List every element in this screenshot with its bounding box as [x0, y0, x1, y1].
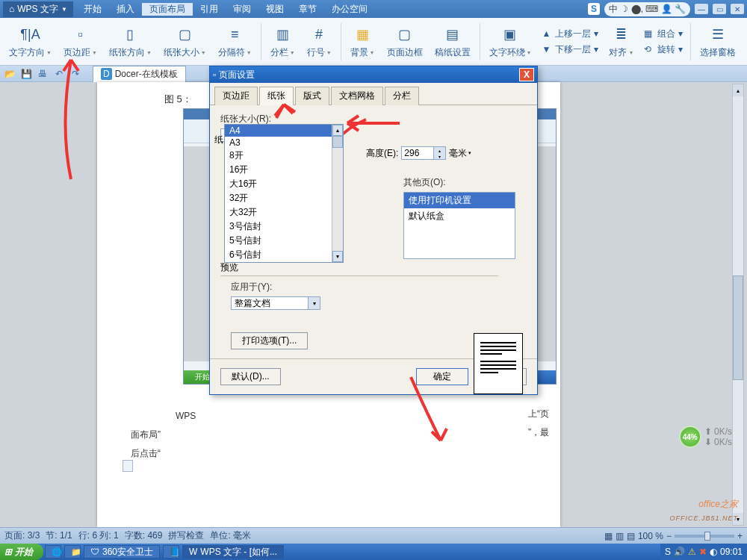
unit-select[interactable]: 毫米▾	[449, 147, 471, 160]
chevron-down-icon[interactable]: ▾	[308, 297, 320, 309]
list-item[interactable]: 16开	[225, 163, 343, 177]
paste-options-icon[interactable]	[123, 460, 133, 472]
list-item[interactable]: A3	[225, 137, 343, 149]
network-speed-badge[interactable]: 44% ⬆ 0K/s ⬇ 0K/s	[679, 426, 732, 448]
minimize-button[interactable]: —	[695, 4, 708, 14]
spin-down[interactable]: ▾	[433, 153, 445, 159]
tab-margins[interactable]: 页边距	[214, 87, 258, 105]
menu-references[interactable]: 引用	[193, 3, 226, 16]
app-menu[interactable]: ⌂ WPS 文字 ▼	[3, 1, 73, 17]
scrollbar[interactable]: ▴ ▾	[332, 125, 343, 262]
status-spellcheck[interactable]: 拼写检查	[168, 529, 204, 542]
tray-icon[interactable]: S	[665, 547, 671, 557]
system-tray[interactable]: S 🔊 ⚠ ✖ ◐ 09:01	[660, 544, 747, 560]
ribbon-align[interactable]: ≣对齐▼	[604, 19, 638, 64]
ribbon-breaks[interactable]: ≡分隔符▼	[214, 19, 256, 64]
ribbon-text-wrap[interactable]: ▣文字环绕▼	[485, 19, 536, 64]
doc-tab[interactable]: DDocer-在线模板	[93, 66, 186, 82]
default-button[interactable]: 默认(D)...	[220, 368, 281, 385]
ime-indicator[interactable]: S	[588, 3, 600, 15]
view-icon[interactable]: ▥	[616, 531, 624, 541]
maximize-button[interactable]: ▭	[713, 4, 726, 14]
scroll-up[interactable]: ▴	[733, 84, 743, 96]
margins-icon: ▫	[69, 24, 90, 45]
scroll-up[interactable]: ▴	[332, 125, 343, 136]
menu-chapter[interactable]: 章节	[291, 3, 324, 16]
app-icon: ⌂	[9, 4, 14, 14]
tray-icon[interactable]: ◐	[710, 547, 717, 557]
group[interactable]: ▦组合 ▾	[641, 27, 686, 41]
print-options-button[interactable]: 打印选项(T)...	[231, 332, 308, 349]
scroll-thumb[interactable]	[332, 136, 343, 148]
spin-up[interactable]: ▴	[433, 147, 445, 153]
taskbar-item[interactable]: 📁	[64, 545, 81, 559]
list-item[interactable]: 3号信封	[225, 220, 343, 234]
zoom-out[interactable]: −	[666, 531, 672, 541]
paper-size-dropdown[interactable]: A4 A3 8开 16开 大16开 32开 大32开 3号信封 5号信封 6号信…	[224, 124, 344, 263]
ribbon-line-numbers[interactable]: #行号▼	[303, 19, 336, 64]
zoom-in[interactable]: +	[737, 531, 743, 541]
zoom-slider[interactable]	[675, 535, 734, 538]
ribbon-selection-pane[interactable]: ☰选择窗格	[695, 19, 740, 64]
menu-view[interactable]: 视图	[258, 3, 291, 16]
list-item[interactable]: 32开	[225, 191, 343, 205]
list-item[interactable]: 5号信封	[225, 234, 343, 248]
list-item[interactable]: 6号信封	[225, 248, 343, 262]
list-item[interactable]: 大16开	[225, 177, 343, 191]
redo-icon[interactable]: ↷	[69, 68, 82, 80]
height-spinner[interactable]: ▴▾	[401, 146, 446, 160]
tab-paper[interactable]: 纸张	[259, 87, 294, 105]
start-button[interactable]: ⊞开始	[0, 544, 43, 560]
ribbon-margins[interactable]: ▫页边距▼	[59, 19, 102, 64]
view-icon[interactable]: ▤	[627, 531, 635, 541]
shield-icon: 🛡	[90, 547, 99, 557]
scroll-down[interactable]: ▾	[332, 251, 343, 262]
scroll-thumb[interactable]	[733, 276, 743, 380]
tray-icon[interactable]: ✖	[699, 547, 707, 557]
bring-forward[interactable]: ▲上移一层 ▾	[539, 27, 601, 41]
save-icon[interactable]: 💾	[19, 68, 33, 80]
tab-layout[interactable]: 版式	[295, 87, 329, 105]
tray-icon[interactable]: 🔊	[674, 547, 685, 557]
send-backward[interactable]: ▼下移一层 ▾	[539, 43, 601, 57]
menu-page-layout[interactable]: 页面布局	[142, 3, 193, 16]
taskbar-item[interactable]: 📘	[163, 545, 179, 559]
dialog-close-button[interactable]: X	[519, 68, 534, 81]
undo-icon[interactable]: ↶	[52, 68, 66, 80]
dialog-titlebar[interactable]: ▫ 页面设置 X	[210, 66, 537, 83]
other-option-default-tray[interactable]: 默认纸盒	[404, 208, 515, 224]
view-icon[interactable]: ▦	[604, 531, 613, 541]
ribbon-background[interactable]: ▦背景▼	[346, 19, 379, 64]
rotate[interactable]: ⟲旋转 ▾	[641, 43, 686, 57]
vertical-scrollbar[interactable]: ▴ ▾	[732, 84, 744, 526]
ok-button[interactable]: 确定	[416, 368, 468, 385]
menu-start[interactable]: 开始	[76, 3, 109, 16]
ime-status[interactable]: 中 ☽ ⬤, ⌨ 👤 🔧	[604, 2, 690, 16]
taskbar-item[interactable]: WWPS 文字 - [如何...	[182, 545, 284, 559]
ribbon-page-border[interactable]: ▢页面边框	[382, 19, 427, 64]
list-item[interactable]: 8开	[225, 149, 343, 163]
menu-office-space[interactable]: 办公空间	[324, 3, 375, 16]
ribbon-paper-settings[interactable]: ▤稿纸设置	[430, 19, 475, 64]
ribbon-orientation[interactable]: ▯纸张方向▼	[105, 19, 156, 64]
list-item[interactable]: A4	[225, 125, 343, 137]
taskbar-item[interactable]: 🛡360安全卫士	[84, 545, 160, 559]
ribbon-columns[interactable]: ▥分栏▼	[266, 19, 300, 64]
open-icon[interactable]: 📂	[3, 68, 16, 80]
taskbar-item[interactable]: 🌐	[45, 545, 61, 559]
tab-doc-grid[interactable]: 文档网格	[331, 87, 383, 105]
height-input[interactable]	[402, 148, 433, 158]
other-pages-list[interactable]: 使用打印机设置 默认纸盒	[403, 192, 515, 259]
menu-insert[interactable]: 插入	[109, 3, 142, 16]
tray-icon[interactable]: ⚠	[688, 547, 696, 557]
apply-to-combo[interactable]: 整篇文档 ▾	[231, 296, 320, 310]
dialog-title: 页面设置	[219, 69, 255, 81]
tab-columns[interactable]: 分栏	[385, 87, 419, 105]
ribbon-size[interactable]: ▢纸张大小▼	[159, 19, 211, 64]
print-icon[interactable]: 🖶	[36, 68, 49, 80]
menu-review[interactable]: 审阅	[226, 3, 258, 16]
list-item[interactable]: 大32开	[225, 205, 343, 220]
close-button[interactable]: ✕	[731, 4, 744, 14]
other-option-printer[interactable]: 使用打印机设置	[404, 193, 515, 208]
ribbon-text-direction[interactable]: ¶|A文字方向▼	[4, 19, 56, 64]
